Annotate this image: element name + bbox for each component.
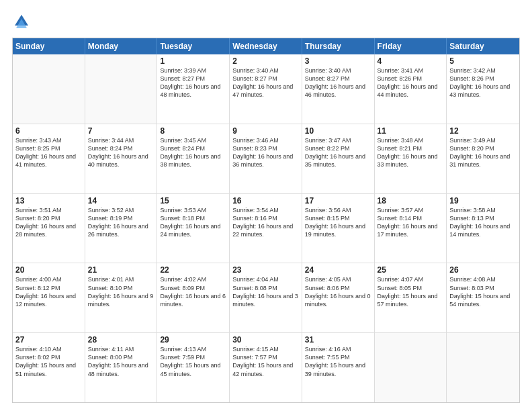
day-number: 5 <box>449 56 517 66</box>
cal-cell <box>85 54 158 124</box>
week-row-2: 6Sunrise: 3:43 AM Sunset: 8:25 PM Daylig… <box>13 124 519 194</box>
logo-icon <box>12 12 31 31</box>
day-number: 3 <box>305 56 371 66</box>
cell-content: Sunrise: 3:53 AM Sunset: 8:18 PM Dayligh… <box>160 206 226 239</box>
logo <box>12 12 34 31</box>
cal-cell: 23Sunrise: 4:04 AM Sunset: 8:08 PM Dayli… <box>230 263 302 332</box>
calendar-body: 1Sunrise: 3:39 AM Sunset: 8:27 PM Daylig… <box>13 54 519 402</box>
cal-cell: 9Sunrise: 3:46 AM Sunset: 8:23 PM Daylig… <box>230 124 302 193</box>
cal-cell: 16Sunrise: 3:54 AM Sunset: 8:16 PM Dayli… <box>230 194 302 263</box>
day-number: 8 <box>160 126 226 136</box>
day-number: 10 <box>305 126 371 136</box>
cal-cell: 5Sunrise: 3:42 AM Sunset: 8:26 PM Daylig… <box>447 54 519 124</box>
cal-cell: 30Sunrise: 4:15 AM Sunset: 7:57 PM Dayli… <box>230 333 302 402</box>
header-day-monday: Monday <box>85 38 158 54</box>
calendar-header: SundayMondayTuesdayWednesdayThursdayFrid… <box>13 38 519 54</box>
day-number: 6 <box>15 126 82 136</box>
cell-content: Sunrise: 3:43 AM Sunset: 8:25 PM Dayligh… <box>15 136 82 169</box>
cell-content: Sunrise: 4:07 AM Sunset: 8:05 PM Dayligh… <box>378 275 444 308</box>
cal-cell <box>13 54 85 124</box>
cal-cell: 29Sunrise: 4:13 AM Sunset: 7:59 PM Dayli… <box>157 333 230 402</box>
header-day-saturday: Saturday <box>447 38 519 54</box>
cell-content: Sunrise: 3:58 AM Sunset: 8:13 PM Dayligh… <box>449 206 517 239</box>
day-number: 19 <box>449 196 517 205</box>
cal-cell: 1Sunrise: 3:39 AM Sunset: 8:27 PM Daylig… <box>157 54 230 124</box>
header-day-thursday: Thursday <box>302 38 375 54</box>
cal-cell: 17Sunrise: 3:56 AM Sunset: 8:15 PM Dayli… <box>302 194 375 263</box>
cal-cell: 13Sunrise: 3:51 AM Sunset: 8:20 PM Dayli… <box>13 194 85 263</box>
day-number: 13 <box>15 196 82 205</box>
calendar: SundayMondayTuesdayWednesdayThursdayFrid… <box>12 38 520 403</box>
cal-cell: 22Sunrise: 4:02 AM Sunset: 8:09 PM Dayli… <box>157 263 230 332</box>
day-number: 18 <box>378 196 444 205</box>
cell-content: Sunrise: 4:13 AM Sunset: 7:59 PM Dayligh… <box>160 345 226 378</box>
cell-content: Sunrise: 4:10 AM Sunset: 8:02 PM Dayligh… <box>15 345 82 378</box>
cell-content: Sunrise: 4:15 AM Sunset: 7:57 PM Dayligh… <box>232 345 299 378</box>
cell-content: Sunrise: 4:04 AM Sunset: 8:08 PM Dayligh… <box>232 275 299 308</box>
day-number: 20 <box>15 265 82 275</box>
day-number: 29 <box>160 335 226 345</box>
cell-content: Sunrise: 3:47 AM Sunset: 8:22 PM Dayligh… <box>305 136 371 169</box>
header-day-friday: Friday <box>375 38 447 54</box>
cal-cell: 4Sunrise: 3:41 AM Sunset: 8:26 PM Daylig… <box>375 54 447 124</box>
cell-content: Sunrise: 3:57 AM Sunset: 8:14 PM Dayligh… <box>378 206 444 239</box>
cell-content: Sunrise: 3:54 AM Sunset: 8:16 PM Dayligh… <box>232 206 299 239</box>
day-number: 14 <box>88 196 154 205</box>
day-number: 1 <box>160 56 226 66</box>
cal-cell: 31Sunrise: 4:16 AM Sunset: 7:55 PM Dayli… <box>302 333 375 402</box>
cal-cell: 24Sunrise: 4:05 AM Sunset: 8:06 PM Dayli… <box>302 263 375 332</box>
day-number: 16 <box>232 196 299 205</box>
cell-content: Sunrise: 3:42 AM Sunset: 8:26 PM Dayligh… <box>449 66 517 99</box>
cell-content: Sunrise: 3:44 AM Sunset: 8:24 PM Dayligh… <box>88 136 154 169</box>
week-row-4: 20Sunrise: 4:00 AM Sunset: 8:12 PM Dayli… <box>13 263 519 333</box>
cell-content: Sunrise: 4:05 AM Sunset: 8:06 PM Dayligh… <box>305 275 371 308</box>
day-number: 30 <box>232 335 299 345</box>
day-number: 23 <box>232 265 299 275</box>
cal-cell <box>447 333 519 402</box>
cell-content: Sunrise: 3:39 AM Sunset: 8:27 PM Dayligh… <box>160 66 226 99</box>
day-number: 17 <box>305 196 371 205</box>
week-row-3: 13Sunrise: 3:51 AM Sunset: 8:20 PM Dayli… <box>13 194 519 264</box>
header-day-wednesday: Wednesday <box>230 38 302 54</box>
cal-cell: 3Sunrise: 3:40 AM Sunset: 8:27 PM Daylig… <box>302 54 375 124</box>
cal-cell: 26Sunrise: 4:08 AM Sunset: 8:03 PM Dayli… <box>447 263 519 332</box>
day-number: 2 <box>232 56 299 66</box>
cal-cell: 15Sunrise: 3:53 AM Sunset: 8:18 PM Dayli… <box>157 194 230 263</box>
week-row-1: 1Sunrise: 3:39 AM Sunset: 8:27 PM Daylig… <box>13 54 519 124</box>
cell-content: Sunrise: 4:00 AM Sunset: 8:12 PM Dayligh… <box>15 275 82 308</box>
cell-content: Sunrise: 4:01 AM Sunset: 8:10 PM Dayligh… <box>88 275 154 308</box>
cal-cell: 8Sunrise: 3:45 AM Sunset: 8:24 PM Daylig… <box>157 124 230 193</box>
cell-content: Sunrise: 3:49 AM Sunset: 8:20 PM Dayligh… <box>449 136 517 169</box>
cal-cell: 11Sunrise: 3:48 AM Sunset: 8:21 PM Dayli… <box>375 124 447 193</box>
cell-content: Sunrise: 3:56 AM Sunset: 8:15 PM Dayligh… <box>305 206 371 239</box>
day-number: 15 <box>160 196 226 205</box>
cell-content: Sunrise: 3:48 AM Sunset: 8:21 PM Dayligh… <box>378 136 444 169</box>
week-row-5: 27Sunrise: 4:10 AM Sunset: 8:02 PM Dayli… <box>13 333 519 402</box>
day-number: 28 <box>88 335 154 345</box>
cal-cell <box>375 333 447 402</box>
cal-cell: 27Sunrise: 4:10 AM Sunset: 8:02 PM Dayli… <box>13 333 85 402</box>
cal-cell: 28Sunrise: 4:11 AM Sunset: 8:00 PM Dayli… <box>85 333 158 402</box>
cell-content: Sunrise: 3:45 AM Sunset: 8:24 PM Dayligh… <box>160 136 226 169</box>
cal-cell: 18Sunrise: 3:57 AM Sunset: 8:14 PM Dayli… <box>375 194 447 263</box>
header <box>12 12 520 31</box>
day-number: 22 <box>160 265 226 275</box>
day-number: 12 <box>449 126 517 136</box>
cal-cell: 6Sunrise: 3:43 AM Sunset: 8:25 PM Daylig… <box>13 124 85 193</box>
cal-cell: 25Sunrise: 4:07 AM Sunset: 8:05 PM Dayli… <box>375 263 447 332</box>
cell-content: Sunrise: 3:40 AM Sunset: 8:27 PM Dayligh… <box>305 66 371 99</box>
cal-cell: 21Sunrise: 4:01 AM Sunset: 8:10 PM Dayli… <box>85 263 158 332</box>
cell-content: Sunrise: 4:16 AM Sunset: 7:55 PM Dayligh… <box>305 345 371 378</box>
cal-cell: 2Sunrise: 3:40 AM Sunset: 8:27 PM Daylig… <box>230 54 302 124</box>
day-number: 26 <box>449 265 517 275</box>
cell-content: Sunrise: 3:52 AM Sunset: 8:19 PM Dayligh… <box>88 206 154 239</box>
cal-cell: 7Sunrise: 3:44 AM Sunset: 8:24 PM Daylig… <box>85 124 158 193</box>
cal-cell: 19Sunrise: 3:58 AM Sunset: 8:13 PM Dayli… <box>447 194 519 263</box>
cell-content: Sunrise: 3:51 AM Sunset: 8:20 PM Dayligh… <box>15 206 82 239</box>
cell-content: Sunrise: 4:02 AM Sunset: 8:09 PM Dayligh… <box>160 275 226 308</box>
cal-cell: 20Sunrise: 4:00 AM Sunset: 8:12 PM Dayli… <box>13 263 85 332</box>
cell-content: Sunrise: 4:11 AM Sunset: 8:00 PM Dayligh… <box>88 345 154 378</box>
day-number: 24 <box>305 265 371 275</box>
header-day-tuesday: Tuesday <box>157 38 230 54</box>
cal-cell: 14Sunrise: 3:52 AM Sunset: 8:19 PM Dayli… <box>85 194 158 263</box>
